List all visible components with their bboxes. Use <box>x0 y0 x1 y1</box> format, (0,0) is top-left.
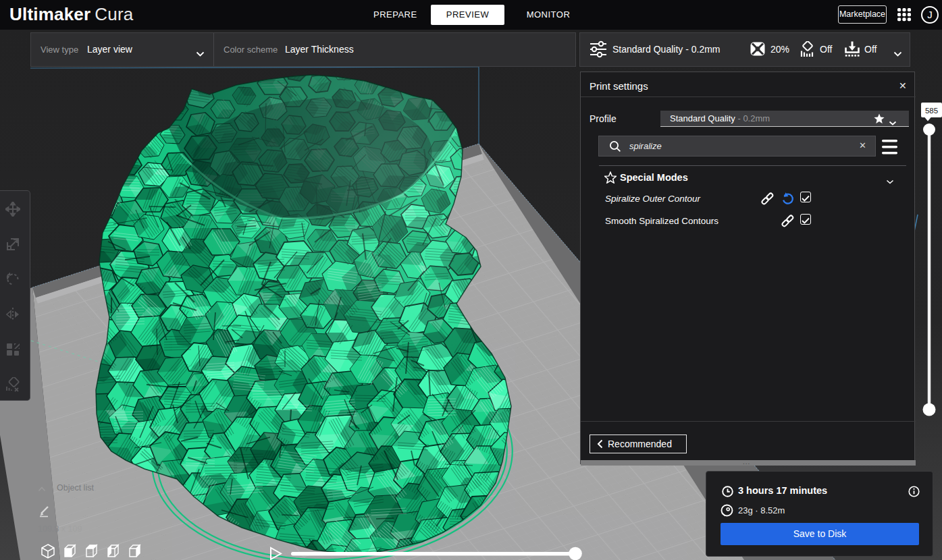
svg-text:585: 585 <box>925 107 938 115</box>
